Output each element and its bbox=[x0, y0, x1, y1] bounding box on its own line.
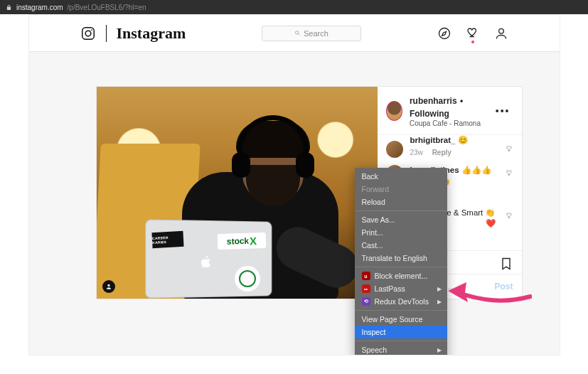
annotation-arrow bbox=[447, 281, 532, 309]
ctx-forward: Forward bbox=[355, 183, 447, 196]
ctx-separator bbox=[355, 210, 447, 211]
post-header: rubenharris • Following Coupa Cafe - Ram… bbox=[378, 87, 522, 135]
instagram-topnav: Instagram Search bbox=[29, 15, 560, 52]
comment-like-button[interactable] bbox=[506, 209, 513, 217]
ctx-back[interactable]: Back bbox=[355, 170, 447, 183]
follow-status[interactable]: Following bbox=[410, 109, 449, 119]
activity-button[interactable] bbox=[466, 25, 480, 42]
comment-meta: 23w Reply bbox=[410, 149, 498, 156]
post-photo[interactable]: CAREER KARMA stockX bbox=[97, 87, 378, 299]
submenu-arrow-icon: ▶ bbox=[437, 347, 442, 353]
search-placeholder: Search bbox=[304, 29, 328, 38]
page-canvas: Instagram Search bbox=[28, 14, 560, 356]
tagged-people-button[interactable] bbox=[102, 280, 115, 293]
post-card: CAREER KARMA stockX rubenharris • Follow… bbox=[96, 86, 523, 299]
ctx-separator bbox=[355, 341, 447, 341]
ctx-print[interactable]: Print... bbox=[355, 226, 447, 239]
svg-point-1 bbox=[85, 31, 91, 36]
submenu-arrow-icon: ▶ bbox=[437, 286, 442, 292]
sticker-stockx: stockX bbox=[217, 233, 266, 250]
ctx-save-as[interactable]: Save As... bbox=[355, 213, 447, 226]
heart-icon bbox=[466, 25, 480, 39]
author-avatar[interactable] bbox=[386, 101, 402, 121]
author-info: rubenharris • Following Coupa Cafe - Ram… bbox=[410, 94, 488, 127]
nav-right bbox=[437, 25, 508, 42]
svg-point-5 bbox=[498, 28, 503, 33]
ctx-translate[interactable]: Translate to English bbox=[355, 252, 447, 265]
author-line: rubenharris • Following bbox=[410, 94, 488, 119]
nav-divider bbox=[106, 25, 107, 42]
instagram-glyph-icon[interactable] bbox=[80, 26, 96, 41]
sticker-stockx-x: X bbox=[249, 235, 257, 247]
redux-badge-icon: ⟲ bbox=[362, 297, 370, 306]
svg-point-3 bbox=[295, 31, 299, 35]
ctx-speech[interactable]: Speech▶ bbox=[355, 343, 447, 356]
person-icon bbox=[105, 283, 112, 290]
ctx-separator bbox=[355, 310, 447, 311]
photo-earcup-right bbox=[296, 152, 314, 178]
context-menu: Back Forward Reload Save As... Print... … bbox=[355, 168, 447, 356]
svg-point-2 bbox=[91, 29, 92, 31]
lastpass-badge-icon: •• bbox=[362, 284, 370, 293]
comment-row: brhigitbrat_ 😊 23w Reply bbox=[386, 135, 513, 159]
ctx-lastpass[interactable]: ••LastPass▶ bbox=[355, 282, 447, 295]
sticker-circle bbox=[235, 266, 260, 292]
commenter-username[interactable]: brhigitbrat_ bbox=[410, 136, 456, 144]
comment-like-button[interactable] bbox=[506, 142, 513, 150]
ublock-badge-icon: u bbox=[362, 272, 370, 280]
post-location[interactable]: Coupa Cafe - Ramona bbox=[410, 119, 488, 127]
address-domain: instagram.com bbox=[16, 4, 63, 11]
comment-reply-button[interactable]: Reply bbox=[432, 149, 451, 156]
save-button[interactable] bbox=[499, 257, 513, 271]
ctx-reload[interactable]: Reload bbox=[355, 196, 447, 208]
sticker-career-karma: CAREER KARMA bbox=[151, 231, 183, 248]
ctx-inspect[interactable]: Inspect bbox=[355, 326, 447, 338]
lock-icon bbox=[6, 4, 12, 11]
ctx-redux[interactable]: ⟲Redux DevTools▶ bbox=[355, 295, 447, 308]
svg-rect-0 bbox=[82, 27, 94, 39]
svg-point-4 bbox=[439, 28, 449, 38]
comment-like-button[interactable] bbox=[506, 166, 513, 174]
bullet: • bbox=[460, 96, 463, 106]
submenu-arrow-icon: ▶ bbox=[437, 299, 442, 305]
comment-text: brhigitbrat_ 😊 bbox=[410, 135, 498, 146]
apple-logo-icon bbox=[199, 253, 213, 270]
nav-left: Instagram bbox=[80, 24, 186, 43]
comment-tail: 😊 bbox=[455, 136, 467, 144]
ctx-block-element[interactable]: uBlock element... bbox=[355, 269, 447, 282]
ctx-view-source[interactable]: View Page Source bbox=[355, 313, 447, 326]
instagram-wordmark[interactable]: Instagram bbox=[117, 24, 186, 43]
comment-time: 23w bbox=[410, 149, 423, 156]
browser-address-bar: instagram.com/p/BveLOuFBSL6/?hl=en bbox=[0, 0, 588, 14]
post-more-button[interactable]: ••• bbox=[496, 105, 513, 117]
sticker-stockx-text: stock bbox=[226, 236, 249, 247]
activity-dot bbox=[471, 41, 474, 43]
ctx-cast[interactable]: Cast... bbox=[355, 239, 447, 252]
search-input[interactable]: Search bbox=[262, 26, 361, 41]
ctx-separator bbox=[355, 267, 447, 267]
search-icon bbox=[294, 30, 301, 36]
commenter-avatar[interactable] bbox=[386, 141, 403, 158]
profile-icon[interactable] bbox=[494, 26, 508, 41]
photo-laptop: CAREER KARMA stockX bbox=[139, 220, 282, 299]
photo-earcup-left bbox=[232, 152, 250, 178]
author-username[interactable]: rubenharris bbox=[410, 96, 457, 106]
address-path: /p/BveLOuFBSL6/?hl=en bbox=[68, 4, 146, 11]
explore-icon[interactable] bbox=[437, 26, 451, 41]
